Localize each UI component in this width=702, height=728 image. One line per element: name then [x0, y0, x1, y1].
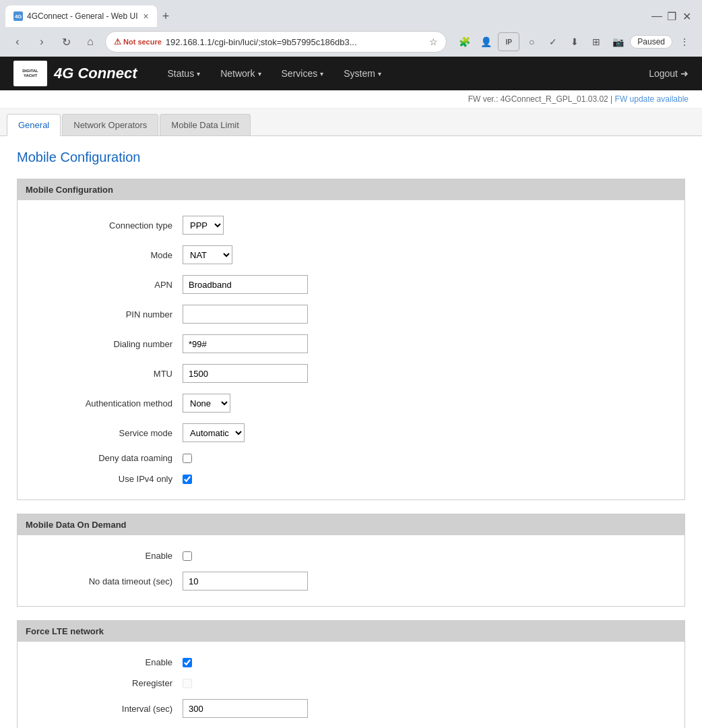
select-auth[interactable]: None PAP CHAP [183, 394, 230, 413]
back-button[interactable]: ‹ [8, 32, 27, 51]
control-auth: None PAP CHAP [183, 394, 230, 413]
logout-label: Logout [649, 68, 678, 79]
tab-network-operators[interactable]: Network Operators [62, 114, 158, 135]
checkbox-demand-enable[interactable] [183, 551, 192, 561]
nav-network-label: Network [220, 68, 255, 79]
label-no-data-timeout: No data timeout (sec) [28, 576, 183, 586]
section-mobile-config-body: Connection type PPP Mode NAT Rout [18, 200, 684, 499]
select-service-mode[interactable]: Automatic 4G only 3G only 2G only [183, 423, 245, 442]
nav-network-arrow: ▾ [258, 70, 261, 78]
nav-services-label: Services [282, 68, 318, 79]
control-demand-enable [183, 551, 192, 561]
input-no-data-timeout[interactable] [183, 572, 308, 590]
nav-status-label: Status [167, 68, 194, 79]
not-secure-indicator: ⚠ Not secure [114, 37, 162, 47]
apps-button[interactable]: ⊞ [587, 32, 606, 51]
circle-button[interactable]: ○ [522, 32, 541, 51]
page-tabs: General Network Operators Mobile Data Li… [0, 109, 702, 136]
profile-button[interactable]: 👤 [476, 32, 495, 51]
extensions-button[interactable]: 🧩 [455, 32, 474, 51]
main-nav: Status ▾ Network ▾ Services ▾ System ▾ [157, 57, 649, 90]
nav-item-network[interactable]: Network ▾ [210, 57, 271, 90]
input-dialing[interactable] [183, 334, 308, 353]
tab-mobile-data-limit[interactable]: Mobile Data Limit [160, 114, 250, 135]
row-service-mode: Service mode Automatic 4G only 3G only 2… [18, 418, 684, 448]
select-connection-type[interactable]: PPP [183, 216, 224, 235]
fw-update-link[interactable]: FW update available [615, 94, 689, 104]
nav-system-label: System [344, 68, 375, 79]
tab-close-icon[interactable]: × [143, 11, 149, 22]
label-reregister: Reregister [28, 678, 183, 688]
home-button[interactable]: ⌂ [81, 32, 100, 51]
close-window-button[interactable]: ✕ [682, 11, 691, 21]
app-title: 4G Connect [54, 65, 137, 82]
page-title: Mobile Configuration [17, 150, 685, 165]
row-reregister: Reregister [18, 673, 684, 694]
warning-icon: ⚠ [114, 37, 121, 47]
nav-item-services[interactable]: Services ▾ [272, 57, 334, 90]
label-auth: Authentication method [28, 398, 183, 408]
control-interval [183, 699, 308, 718]
label-interval: Interval (sec) [28, 704, 183, 714]
row-connection-type: Connection type PPP [18, 210, 684, 240]
input-pin[interactable] [183, 305, 308, 324]
section-force-lte-body: Enable Reregister Interval (sec) [18, 642, 684, 728]
row-ipv4: Use IPv4 only [18, 468, 684, 489]
row-pin: PIN number [18, 299, 684, 329]
row-deny-roaming: Deny data roaming [18, 448, 684, 468]
app-header: DIGITALYACHT 4G Connect Status ▾ Network… [0, 57, 702, 90]
label-pin: PIN number [28, 309, 183, 320]
firmware-bar: FW ver.: 4GConnect_R_GPL_01.03.02 | FW u… [0, 90, 702, 109]
checkbox-lte-enable[interactable] [183, 658, 192, 667]
input-mtu[interactable] [183, 364, 308, 383]
row-dialing: Dialing number [18, 329, 684, 359]
maximize-button[interactable]: ❐ [667, 11, 676, 21]
browser-tab[interactable]: 4G 4GConnect - General - Web UI × [5, 5, 157, 27]
label-mtu: MTU [28, 369, 183, 379]
label-service-mode: Service mode [28, 428, 183, 438]
section-force-lte: Force LTE network Enable Reregister [17, 620, 685, 728]
nav-item-status[interactable]: Status ▾ [157, 57, 210, 90]
forward-button[interactable]: › [32, 32, 51, 51]
nav-system-arrow: ▾ [378, 70, 381, 78]
select-mode[interactable]: NAT Router Bridge [183, 245, 232, 264]
nav-status-arrow: ▾ [197, 70, 200, 78]
input-apn[interactable] [183, 275, 308, 294]
checkbox-ipv4[interactable] [183, 475, 192, 484]
checkbox-deny-roaming[interactable] [183, 454, 192, 463]
url-text: 192.168.1.1/cgi-bin/luci/;stok=9b57995c1… [166, 37, 425, 47]
fw-version-text: FW ver.: 4GConnect_R_GPL_01.03.02 | [468, 94, 613, 104]
tab-general[interactable]: General [7, 114, 61, 136]
logout-button[interactable]: Logout ➜ [649, 68, 689, 79]
label-apn: APN [28, 280, 183, 290]
paused-button[interactable]: Paused [630, 35, 672, 49]
row-apn: APN [18, 270, 684, 299]
control-reregister [183, 679, 192, 688]
section-mobile-demand-body: Enable No data timeout (sec) [18, 535, 684, 606]
check-button[interactable]: ✓ [544, 32, 563, 51]
row-demand-enable: Enable [18, 545, 684, 566]
control-service-mode: Automatic 4G only 3G only 2G only [183, 423, 245, 442]
checkbox-reregister[interactable] [183, 679, 192, 688]
download-button[interactable]: ⬇ [565, 32, 584, 51]
row-lte-enable: Enable [18, 652, 684, 673]
logo-box: DIGITALYACHT [13, 61, 47, 86]
row-auth: Authentication method None PAP CHAP [18, 388, 684, 418]
ip-button[interactable]: IP [498, 32, 519, 51]
camera-button[interactable]: 📷 [608, 32, 627, 51]
nav-item-system[interactable]: System ▾ [333, 57, 391, 90]
control-mode: NAT Router Bridge [183, 245, 232, 264]
not-secure-label: Not secure [123, 38, 162, 46]
minimize-button[interactable]: — [652, 11, 662, 21]
menu-button[interactable]: ⋮ [675, 32, 694, 51]
address-input[interactable]: ⚠ Not secure 192.168.1.1/cgi-bin/luci/;s… [105, 31, 447, 53]
tab-title: 4GConnect - General - Web UI [27, 11, 138, 21]
section-mobile-config: Mobile Configuration Connection type PPP… [17, 179, 685, 500]
bookmark-icon[interactable]: ☆ [429, 36, 438, 47]
new-tab-button[interactable]: + [162, 9, 170, 24]
control-no-data-timeout [183, 572, 308, 590]
label-deny-roaming: Deny data roaming [28, 453, 183, 463]
input-interval[interactable] [183, 699, 308, 718]
refresh-button[interactable]: ↻ [57, 32, 75, 51]
label-lte-enable: Enable [28, 657, 183, 667]
